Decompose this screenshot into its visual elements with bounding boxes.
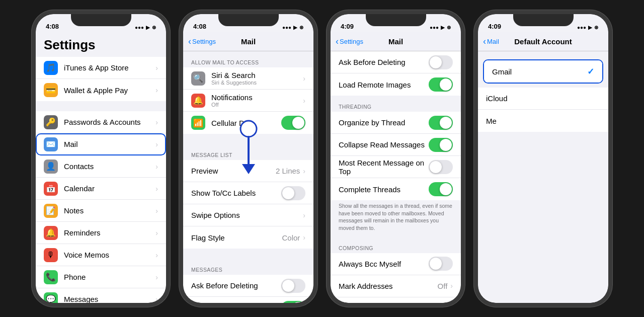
itunes-icon: 🎵 [44,61,58,75]
notifications-label: Notifications [211,93,303,102]
reminders-icon: 🔔 [44,226,58,240]
chevron-icon: › [303,211,305,219]
status-icons-1: ●●● ▶ ⊛ [135,25,156,30]
mail-item[interactable]: ✉️ Mail › [36,133,166,155]
list-item[interactable]: 📞 Phone › [36,266,166,288]
settings-scroll-1[interactable]: 🎵 iTunes & App Store › 💳 Wallet & Apple … [36,57,166,303]
chevron-icon: › [155,64,158,72]
list-item[interactable]: 🔍 Siri & Search Siri & Suggestions › [183,67,313,90]
phone-label: Phone [64,273,155,281]
preview-label: Preview [191,167,276,175]
list-item[interactable]: Most Recent Message on Top [331,156,461,178]
time-4: 4:09 [488,23,501,30]
section-header-threading3: THREADING [331,96,461,112]
askdelete-label: Ask Before Deleting [191,281,281,290]
gmail-account-item[interactable]: Gmail ✓ [484,60,602,83]
nav-bar-3: Settings Mail [331,32,461,51]
list-item[interactable]: 🔑 Passwords & Accounts › [36,111,166,133]
list-item[interactable]: Preview 2 Lines › [183,160,313,182]
askdelete2-toggle[interactable] [429,55,453,69]
list-item[interactable]: Show To/Cc Labels [183,182,313,204]
nav-title-2: Mail [241,37,256,46]
siri-icon: 🔍 [191,71,205,86]
list-item[interactable]: 🔔 Notifications Off › [183,90,313,112]
list-item[interactable]: Collapse Read Messages [331,134,461,156]
list-item[interactable]: Mark Addresses Off › [331,275,461,297]
list-item[interactable]: 🎵 iTunes & App Store › [36,57,166,79]
completethreads-toggle[interactable] [429,182,453,196]
chevron-icon: › [155,163,158,171]
mail-scroll-2[interactable]: ALLOW MAIL TO ACCESS 🔍 Siri & Search Sir… [183,51,313,303]
calendar-label: Calendar [64,184,155,193]
itunes-label: iTunes & App Store [64,63,155,72]
loadimages2-toggle[interactable] [429,77,453,92]
notch-2 [218,14,279,26]
status-icons-4: ●●● ▶ ⊛ [577,25,598,30]
me-label: Me [486,117,600,125]
notes-label: Notes [64,206,155,215]
mail-scroll-3[interactable]: Ask Before Deleting Load Remote Images T… [331,51,461,303]
list-item[interactable]: Flag Style Color › [183,226,313,249]
list-item[interactable]: 🔔 Reminders › [36,222,166,244]
status-icons-3: ●●● ▶ ⊛ [430,25,451,30]
account-scroll-4[interactable]: Gmail ✓ iCloud Me [478,51,608,303]
alwaysbcc-toggle[interactable] [429,257,453,271]
chevron-icon: › [155,251,158,259]
icloud-account-item[interactable]: iCloud [478,88,608,110]
nav-title-4: Default Account [514,37,572,46]
chevron-icon: › [155,207,158,215]
nav-bar-2: Settings Mail [183,32,313,51]
list-item[interactable]: Complete Threads [331,178,461,200]
notifications-sublabel: Off [211,102,303,108]
askdelete-toggle[interactable] [281,279,305,293]
tocc-toggle[interactable] [281,186,305,200]
collapseread2-toggle[interactable] [429,138,453,152]
notch-3 [366,14,426,26]
time-1: 4:08 [46,23,59,30]
chevron-icon: › [155,185,158,193]
loadimages-toggle[interactable] [281,301,305,303]
gmail-label: Gmail [492,67,587,76]
loadimages2-label: Load Remote Images [339,81,429,89]
mail-label: Mail [64,140,155,148]
cellular-icon: 📶 [191,116,205,130]
chevron-icon: › [155,229,158,237]
mostrecent-toggle[interactable] [429,160,453,174]
list-item[interactable]: 🎙 Voice Memos › [36,244,166,266]
list-item[interactable]: Increase Quote Level On › [331,297,461,303]
list-item[interactable]: Ask Before Deleting [183,275,313,297]
section-header-msglist: MESSAGE LIST [183,144,313,160]
list-item[interactable]: Swipe Options › [183,204,313,226]
list-item[interactable]: 📝 Notes › [36,200,166,222]
list-item[interactable]: 👤 Contacts › [36,155,166,178]
list-item[interactable]: 💬 Messages › [36,288,166,303]
me-account-item[interactable]: Me [478,110,608,132]
swipe-label: Swipe Options [191,211,303,219]
time-3: 4:09 [341,23,354,30]
gmail-highlight-wrapper: Gmail ✓ [478,59,608,84]
list-item[interactable]: Load Remote Images [331,73,461,96]
list-item[interactable]: 💳 Wallet & Apple Pay › [36,79,166,101]
completethreads-label: Complete Threads [339,185,429,194]
collapseread2-label: Collapse Read Messages [339,140,429,149]
list-item[interactable]: Ask Before Deleting [331,51,461,73]
back-button-4[interactable]: Mail [483,36,499,47]
back-button-3[interactable]: Settings [336,36,363,47]
back-button-2[interactable]: Settings [188,36,216,47]
section-header-allow: ALLOW MAIL TO ACCESS [183,51,313,67]
list-item[interactable]: Load Remote Images [183,297,313,303]
section-header-messages: MESSAGES [183,259,313,275]
chevron-icon: › [303,74,305,83]
passwords-label: Passwords & Accounts [64,118,155,126]
nav-title-3: Mail [388,37,403,46]
cellular-toggle[interactable] [281,116,305,130]
list-item[interactable]: 📶 Cellular Data [183,112,313,134]
phone-1: 4:08 ●●● ▶ ⊛ Settings 🎵 iTunes & App Sto… [32,10,170,307]
list-item[interactable]: Always Bcc Myself [331,253,461,275]
message-list-group: Preview 2 Lines › Show To/Cc Labels Swip… [183,160,313,249]
notch-4 [513,14,574,26]
orgbythread2-toggle[interactable] [429,116,453,130]
list-item[interactable]: Organize by Thread [331,112,461,134]
flagstyle-label: Flag Style [191,233,282,242]
list-item[interactable]: 📅 Calendar › [36,178,166,200]
